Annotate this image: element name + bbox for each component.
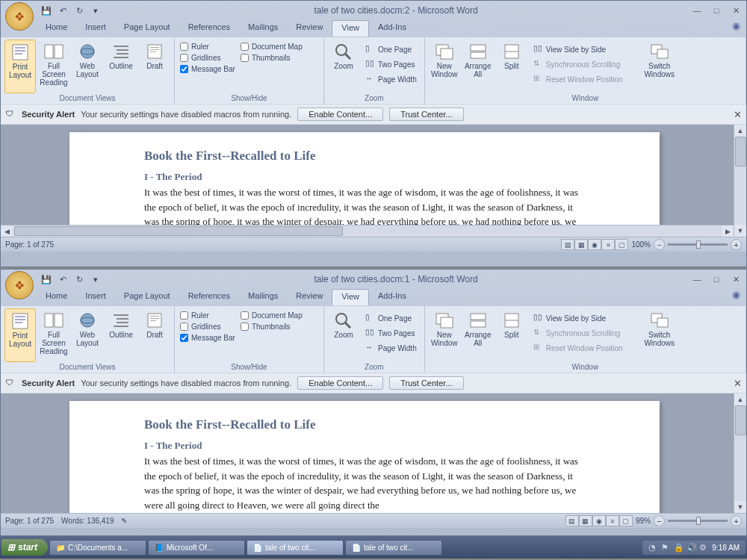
alert-close-icon[interactable]: ✕ (734, 378, 742, 389)
scroll-right-icon[interactable]: ▶ (722, 225, 734, 237)
zoom-in-icon[interactable]: + (731, 515, 742, 526)
qat-dropdown-icon[interactable]: ▾ (89, 273, 102, 286)
tray-icon[interactable]: ⚑ (661, 543, 671, 553)
document-page[interactable]: Book the First--Recalled to Life I - The… (69, 132, 660, 237)
full-screen-reading-button[interactable]: Full Screen Reading (38, 40, 69, 93)
zoom-slider[interactable] (668, 520, 728, 522)
scroll-thumb[interactable] (735, 405, 746, 435)
taskbar-item[interactable]: 📄tale of two cit... (345, 540, 442, 556)
scroll-left-icon[interactable]: ◀ (1, 225, 13, 237)
arrange-all-button[interactable]: Arrange All (462, 40, 494, 93)
thumbnails-checkbox[interactable]: Thumbnails (241, 54, 303, 62)
office-button[interactable]: ❖ (5, 2, 34, 31)
trust-center-button[interactable]: Trust Center... (389, 376, 463, 390)
enable-content-button[interactable]: Enable Content... (297, 376, 383, 390)
zoom-button[interactable]: Zoom (328, 40, 359, 93)
tray-icon[interactable]: ⚙ (699, 543, 709, 553)
page-status[interactable]: Page: 1 of 275 (5, 517, 54, 525)
gridlines-checkbox[interactable]: Gridlines (180, 54, 235, 62)
full-screen-reading-button[interactable]: Full Screen Reading (38, 308, 69, 362)
undo-icon[interactable]: ↶ (56, 273, 69, 286)
trust-center-button[interactable]: Trust Center... (389, 108, 463, 121)
tab-addins[interactable]: Add-Ins (369, 289, 415, 305)
zoom-slider-knob[interactable] (696, 240, 701, 249)
new-window-button[interactable]: New Window (429, 308, 460, 362)
view-full-icon[interactable]: ▦ (579, 515, 592, 526)
tab-references[interactable]: References (179, 289, 239, 305)
page-status[interactable]: Page: 1 of 275 (5, 240, 54, 249)
web-layout-button[interactable]: Web Layout (72, 40, 103, 93)
document-page[interactable]: Book the First--Recalled to Life I - The… (69, 401, 660, 513)
sync-scrolling-button[interactable]: ⇅Synchronous Scrolling (531, 326, 640, 340)
redo-icon[interactable]: ↻ (72, 4, 86, 17)
zoom-button[interactable]: Zoom (328, 308, 359, 362)
page-width-button[interactable]: ↔Page Width (363, 341, 419, 355)
enable-content-button[interactable]: Enable Content... (297, 108, 383, 121)
tab-view[interactable]: View (332, 20, 369, 37)
scroll-down-icon[interactable]: ▼ (734, 225, 746, 237)
close-icon[interactable]: ✕ (728, 4, 743, 16)
print-layout-button[interactable]: Print Layout (4, 308, 36, 362)
words-status[interactable]: Words: 136,419 (61, 517, 114, 525)
taskbar-item[interactable]: 📁C:\Documents a... (49, 540, 146, 556)
new-window-button[interactable]: New Window (429, 40, 460, 93)
taskbar-item[interactable]: 📄tale of two cit... (247, 540, 344, 556)
alert-close-icon[interactable]: ✕ (734, 109, 742, 120)
tab-view[interactable]: View (332, 289, 369, 305)
tab-home[interactable]: Home (37, 20, 76, 37)
zoom-in-icon[interactable]: + (731, 239, 742, 250)
scroll-up-icon[interactable]: ▲ (734, 393, 746, 405)
view-outline-icon[interactable]: ≡ (601, 239, 615, 250)
thumbnails-checkbox[interactable]: Thumbnails (241, 323, 303, 331)
web-layout-button[interactable]: Web Layout (72, 308, 103, 362)
scroll-up-icon[interactable]: ▲ (734, 125, 746, 137)
undo-icon[interactable]: ↶ (56, 4, 69, 17)
split-button[interactable]: Split (496, 40, 527, 93)
view-web-icon[interactable]: ◉ (588, 239, 601, 250)
tray-icon[interactable]: ◔ (648, 543, 658, 553)
help-icon[interactable]: ◉ (732, 20, 740, 37)
tab-insert[interactable]: Insert (76, 289, 115, 305)
view-side-by-side-button[interactable]: ▯▯View Side by Side (531, 43, 640, 56)
draft-button[interactable]: Draft (139, 40, 170, 93)
taskbar-item[interactable]: 📘Microsoft Of... (148, 540, 245, 556)
view-outline-icon[interactable]: ≡ (606, 515, 619, 526)
message-bar-checkbox[interactable]: Message Bar (180, 65, 235, 73)
sync-scrolling-button[interactable]: ⇅Synchronous Scrolling (531, 57, 640, 71)
save-icon[interactable]: 💾 (40, 4, 53, 17)
view-full-icon[interactable]: ▦ (574, 239, 588, 250)
one-page-button[interactable]: ▯One Page (363, 43, 419, 56)
tab-page-layout[interactable]: Page Layout (115, 289, 179, 305)
zoom-slider-knob[interactable] (696, 517, 701, 525)
office-button[interactable]: ❖ (5, 271, 34, 299)
proofing-icon[interactable]: ✎ (121, 517, 127, 525)
zoom-out-icon[interactable]: − (654, 239, 665, 250)
ruler-checkbox[interactable]: Ruler (180, 311, 235, 320)
one-page-button[interactable]: ▯One Page (363, 311, 419, 325)
two-pages-button[interactable]: ▯▯Two Pages (363, 57, 419, 71)
document-map-checkbox[interactable]: Document Map (241, 311, 303, 320)
minimize-icon[interactable]: — (689, 4, 704, 16)
tab-mailings[interactable]: Mailings (239, 289, 287, 305)
zoom-out-icon[interactable]: − (654, 515, 665, 526)
outline-button[interactable]: Outline (105, 40, 137, 93)
tab-addins[interactable]: Add-Ins (369, 20, 415, 37)
zoom-slider[interactable] (668, 243, 728, 246)
view-web-icon[interactable]: ◉ (592, 515, 606, 526)
start-button[interactable]: ⊞start (1, 539, 48, 556)
tray-icon[interactable]: 🔒 (674, 543, 684, 553)
view-draft-icon[interactable]: ▢ (615, 239, 628, 250)
view-print-icon[interactable]: ▤ (565, 515, 579, 526)
tab-review[interactable]: Review (287, 20, 332, 37)
maximize-icon[interactable]: □ (709, 4, 724, 16)
ruler-checkbox[interactable]: Ruler (180, 43, 235, 51)
save-icon[interactable]: 💾 (40, 273, 53, 286)
tab-review[interactable]: Review (287, 289, 332, 305)
message-bar-checkbox[interactable]: Message Bar (180, 334, 235, 342)
tab-insert[interactable]: Insert (76, 20, 115, 37)
document-map-checkbox[interactable]: Document Map (241, 43, 303, 51)
clock[interactable]: 9:18 AM (712, 544, 740, 552)
tab-home[interactable]: Home (37, 289, 76, 305)
view-print-icon[interactable]: ▤ (561, 239, 574, 250)
view-draft-icon[interactable]: ▢ (619, 515, 633, 526)
